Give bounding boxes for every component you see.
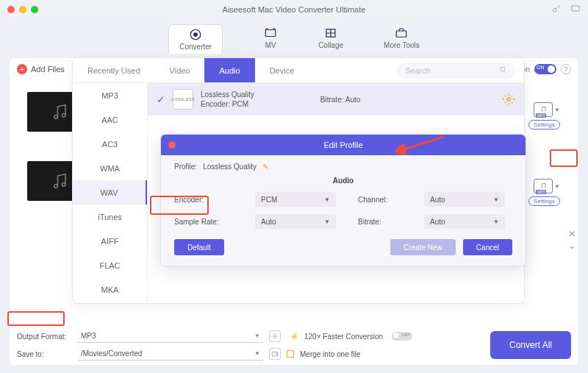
svg-point-0 — [553, 8, 556, 12]
tab-device[interactable]: Device — [255, 58, 309, 82]
edit-profile-dialog: Edit Profile Profile: Lossless Quality ✎… — [160, 134, 526, 266]
toolbox-icon — [394, 26, 409, 40]
channel-label: Channel: — [358, 196, 402, 204]
format-icon[interactable]: MP3 — [534, 179, 553, 193]
samplerate-select[interactable]: Auto▼ — [255, 214, 336, 229]
svg-point-7 — [54, 116, 58, 119]
sidebar-item-itunes[interactable]: iTunes — [73, 205, 147, 229]
profile-thumb: LOSSLESS — [173, 89, 193, 110]
faster-conversion-label: 120× Faster Conversion — [304, 333, 383, 341]
profile-encoder: Encoder: PCM — [201, 99, 254, 109]
tab-audio[interactable]: Audio — [204, 58, 254, 82]
svg-point-8 — [62, 113, 65, 117]
chevron-down-icon[interactable]: ⌄ — [568, 241, 576, 251]
nav-label: MV — [265, 41, 276, 49]
nav-label: Converter — [179, 43, 212, 51]
format-icon[interactable]: MP3 — [534, 102, 553, 117]
nav-label: Collage — [318, 41, 343, 49]
chevron-down-icon[interactable]: ▼ — [554, 183, 560, 190]
svg-point-13 — [501, 67, 505, 71]
save-to-select[interactable]: /Movies/Converted ▼ — [78, 347, 263, 360]
svg-point-11 — [274, 335, 276, 338]
profile-name: Lossless Quality — [201, 90, 254, 99]
format-sidebar: MP3 AAC AC3 WMA WAV iTunes AIFF FLAC MKA — [73, 83, 148, 303]
check-icon: ✓ — [157, 93, 165, 105]
chevron-down-icon[interactable]: ▼ — [554, 107, 560, 113]
create-new-button[interactable]: Create New — [390, 239, 456, 255]
mv-icon — [263, 26, 278, 40]
default-button[interactable]: Default — [174, 239, 224, 255]
titlebar: Aiseesoft Mac Video Converter Ultimate — [0, 0, 588, 19]
close-item-icon[interactable]: ✕ — [568, 229, 576, 239]
profile-row-lossless[interactable]: ✓ LOSSLESS Lossless Quality Encoder: PCM… — [148, 83, 524, 116]
tab-video[interactable]: Video — [155, 58, 205, 82]
window-title: Aiseesoft Mac Video Converter Ultimate — [223, 5, 366, 14]
svg-point-9 — [54, 185, 58, 188]
svg-rect-6 — [397, 31, 407, 37]
nav-more-tools[interactable]: More Tools — [384, 26, 420, 49]
close-window-button[interactable] — [7, 6, 15, 13]
nav-converter[interactable]: Converter — [168, 24, 223, 54]
merge-label: Merge into one file — [300, 350, 360, 358]
faster-conversion-toggle[interactable]: OFF — [392, 332, 412, 341]
settings-icon[interactable] — [269, 330, 281, 342]
plus-icon: + — [17, 64, 27, 74]
svg-point-3 — [194, 33, 198, 37]
sidebar-item-wav[interactable]: WAV — [73, 180, 147, 205]
chevron-down-icon: ▼ — [254, 350, 260, 357]
edit-icon[interactable]: ✎ — [262, 163, 268, 171]
chat-icon[interactable] — [570, 4, 581, 16]
dialog-titlebar: Edit Profile — [161, 135, 526, 155]
bitrate-select[interactable]: Auto▼ — [424, 214, 505, 229]
key-icon[interactable] — [551, 4, 562, 16]
cancel-button[interactable]: Cancel — [463, 239, 512, 255]
bottom-bar: Output Format: MP3 ▼ ⚡ 120× Faster Conve… — [10, 325, 578, 365]
channel-select[interactable]: Auto▼ — [424, 192, 505, 207]
audio-section-header: Audio — [174, 177, 512, 185]
item-settings-button[interactable]: Settings — [528, 120, 560, 129]
save-to-label: Save to: — [17, 350, 72, 358]
nav-collage[interactable]: Collage — [318, 26, 343, 49]
acceleration-toggle[interactable]: ON — [534, 64, 556, 74]
top-nav: Converter MV Collage More Tools — [0, 19, 588, 56]
tab-recently-used[interactable]: Recently Used — [73, 58, 155, 82]
format-tabs: Recently Used Video Audio Device Search — [73, 58, 524, 83]
add-files-label: Add Files — [31, 65, 65, 74]
svg-point-14 — [507, 98, 511, 102]
sidebar-item-ac3[interactable]: AC3 — [73, 132, 147, 156]
chevron-down-icon: ▼ — [254, 333, 260, 339]
search-icon — [499, 65, 508, 76]
output-format-select[interactable]: MP3 ▼ — [78, 330, 263, 343]
nav-label: More Tools — [384, 41, 420, 49]
sidebar-item-wma[interactable]: WMA — [73, 156, 147, 180]
minimize-window-button[interactable] — [19, 6, 26, 13]
open-folder-icon[interactable] — [269, 348, 281, 360]
profile-bitrate: Bitrate: Auto — [320, 96, 360, 104]
sidebar-item-flac[interactable]: FLAC — [73, 253, 147, 277]
samplerate-label: Sample Rate: — [174, 218, 233, 226]
dialog-title: Edit Profile — [323, 141, 362, 149]
encoder-select[interactable]: PCM▼ — [255, 192, 336, 207]
close-dialog-button[interactable] — [168, 141, 176, 149]
nav-mv[interactable]: MV — [263, 26, 278, 49]
lightning-icon: ⚡ — [290, 333, 298, 341]
collage-icon — [323, 26, 338, 40]
sidebar-item-aac[interactable]: AAC — [73, 107, 147, 132]
encoder-label: Encoder: — [174, 196, 233, 204]
zoom-window-button[interactable] — [31, 6, 38, 13]
sidebar-item-mp3[interactable]: MP3 — [73, 83, 147, 107]
search-input[interactable]: Search — [398, 63, 515, 79]
merge-checkbox[interactable] — [287, 350, 294, 358]
sidebar-item-mka[interactable]: MKA — [73, 277, 147, 302]
search-placeholder: Search — [405, 66, 431, 75]
profile-settings-button[interactable] — [502, 93, 515, 106]
convert-all-button[interactable]: Convert All — [490, 331, 571, 359]
item-settings-button[interactable]: Settings — [528, 196, 560, 206]
help-icon[interactable]: ? — [561, 64, 571, 74]
converter-icon — [188, 28, 203, 41]
svg-rect-4 — [265, 29, 276, 36]
profile-label: Profile: — [174, 163, 197, 171]
sidebar-item-aiff[interactable]: AIFF — [73, 229, 147, 253]
add-files-button[interactable]: + Add Files — [17, 64, 65, 74]
bitrate-label: Bitrate: — [358, 218, 402, 226]
